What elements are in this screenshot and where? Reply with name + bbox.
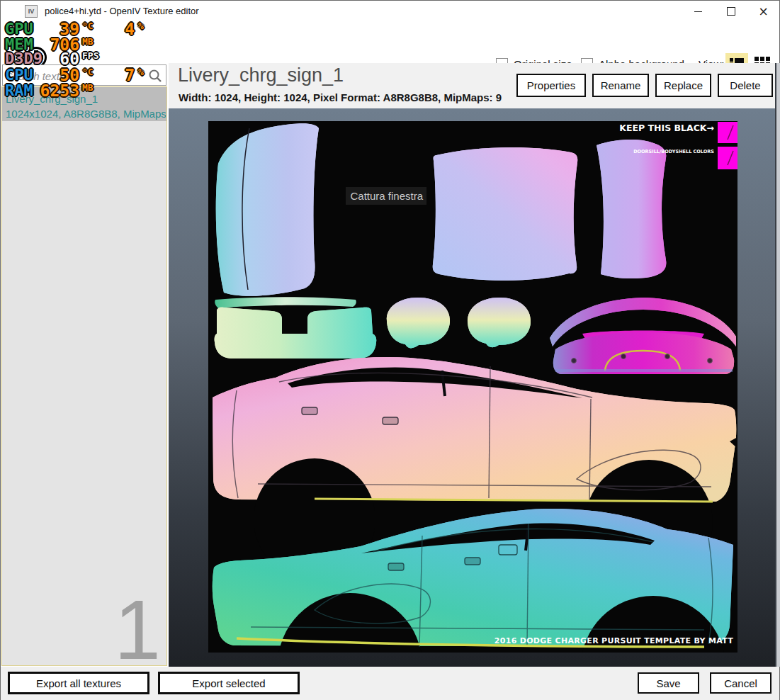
vertical-scrollbar[interactable]: [775, 63, 780, 667]
minimize-icon: [694, 11, 702, 12]
texture-details: 1024x1024, A8R8G8B8, MipMaps:: [6, 108, 166, 120]
openiv-texture-editor-window: IV police4+hi.ytd - OpenIV Texture edito…: [0, 0, 780, 700]
template-credit: 2016 DODGE CHARGER PURSUIT TEMPLATE BY M…: [494, 636, 733, 645]
doorsill-swatch: [718, 147, 737, 169]
maximize-icon: [727, 7, 735, 16]
texture-info: Width: 1024, Height: 1024, Pixel Format:…: [179, 91, 502, 103]
texture-viewer: KEEP THIS BLACK→ DOORSILL/BODYSHELL COLO…: [169, 108, 775, 667]
window-title: police4+hi.ytd - OpenIV Texture editor: [45, 6, 199, 16]
capture-window-tooltip: Cattura finestra: [346, 187, 426, 205]
delete-button[interactable]: Delete: [718, 74, 773, 97]
keep-black-swatch: [718, 122, 737, 143]
cancel-button[interactable]: Cancel: [710, 672, 771, 694]
save-button[interactable]: Save: [638, 672, 699, 694]
search-icon: [148, 69, 162, 83]
keep-black-annotation: KEEP THIS BLACK→: [619, 123, 714, 133]
texture-list[interactable]: Livery_chrg_sign_1 1024x1024, A8R8G8B8, …: [1, 86, 167, 666]
footer-bar: Export all textures Export selected Save…: [1, 667, 779, 700]
texture-name: Livery_chrg_sign_1: [6, 93, 166, 105]
replace-button[interactable]: Replace: [655, 74, 711, 97]
minimize-button[interactable]: [682, 1, 714, 22]
app-icon: IV: [25, 5, 38, 18]
texture-list-item-selected[interactable]: Livery_chrg_sign_1 1024x1024, A8R8G8B8, …: [2, 87, 166, 121]
properties-button[interactable]: Properties: [516, 74, 586, 97]
search-box: [2, 64, 166, 86]
livery-template-image: KEEP THIS BLACK→ DOORSILL/BODYSHELL COLO…: [208, 121, 737, 653]
content-header: Livery_chrg_sign_1 Width: 1024, Height: …: [169, 63, 780, 108]
rename-button[interactable]: Rename: [592, 74, 649, 97]
page-title: Livery_chrg_sign_1: [178, 64, 344, 86]
texture-count-watermark: 1: [114, 597, 161, 662]
close-button[interactable]: ×: [747, 1, 779, 22]
title-bar: IV police4+hi.ytd - OpenIV Texture edito…: [1, 1, 779, 22]
maximize-button[interactable]: [715, 1, 747, 22]
export-selected-button[interactable]: Export selected: [158, 672, 300, 694]
doorsill-annotation: DOORSILL/BODYSHELL COLORS: [633, 149, 714, 154]
close-icon: ×: [758, 6, 768, 18]
export-all-button[interactable]: Export all textures: [8, 672, 149, 694]
texture-preview: KEEP THIS BLACK→ DOORSILL/BODYSHELL COLO…: [208, 121, 737, 653]
search-input[interactable]: [4, 67, 149, 85]
toolbar: Import Original size Alpha background Vi…: [1, 22, 779, 63]
